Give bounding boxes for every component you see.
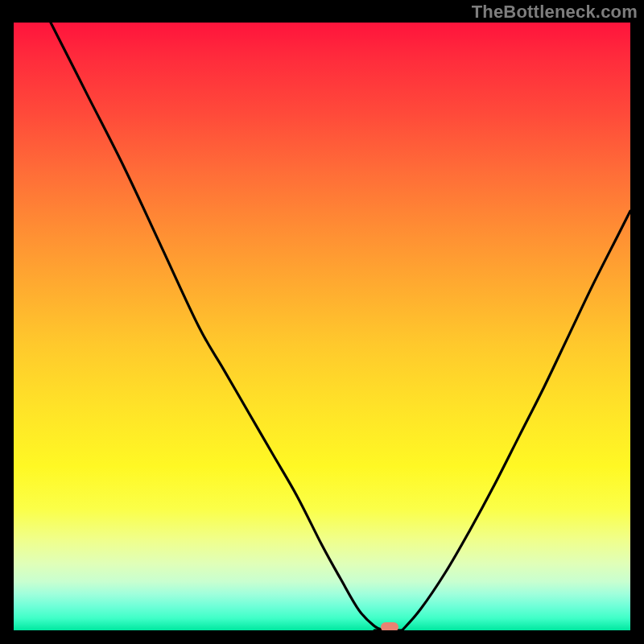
attribution-label: TheBottleneck.com (472, 2, 638, 23)
curve-right-branch (402, 211, 630, 630)
curve-left-branch (51, 23, 384, 630)
chart-wrapper: TheBottleneck.com (0, 0, 644, 644)
optimal-point-marker (381, 622, 398, 630)
plot-area (14, 23, 630, 630)
bottleneck-curve (14, 23, 630, 630)
